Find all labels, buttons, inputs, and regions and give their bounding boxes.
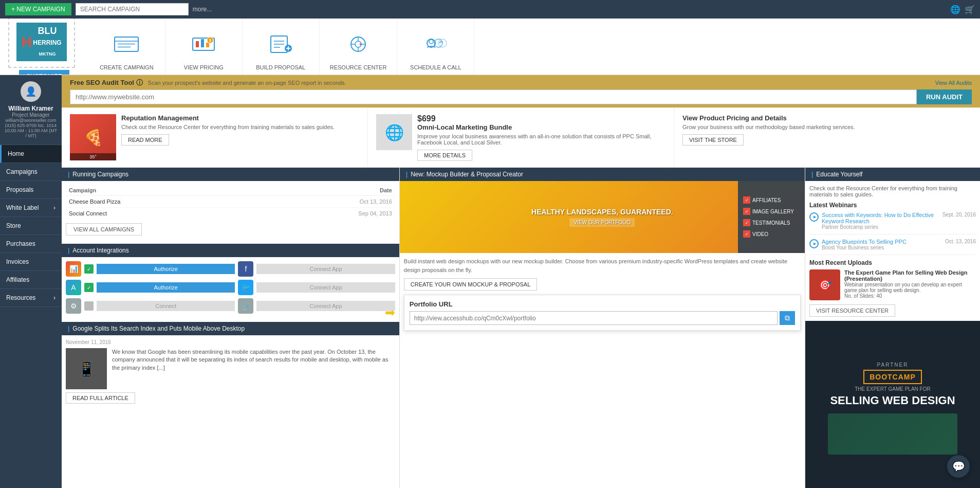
view-all-audits-link[interactable]: View All Audits <box>935 80 972 86</box>
webinar-series-0: Partner Bootcamp series <box>822 224 939 230</box>
integrations-header: Account Integrations <box>62 244 399 257</box>
overlay-video: ✓ VIDEO <box>743 230 800 238</box>
mockup-image-area: HEALTHY LANDSCAPES, GUARANTEED. VIEW OUR… <box>400 181 805 253</box>
sidebar-user: 👤 William Kramer Project Manager william… <box>0 75 62 145</box>
create-mockup-button[interactable]: CREATE YOUR OWN MOCKUP & PROPOSAL <box>404 278 538 291</box>
header-nav: Your Dashboard will be awesome with HBLU… <box>0 19 980 75</box>
webinar-series-1: Boost Your Business series <box>822 245 942 250</box>
check-icon-0: ✓ <box>84 264 94 274</box>
seo-audit-banner: Free SEO Audit Tool ⓘ Scan your prospect… <box>62 75 980 107</box>
educate-desc: Check out the Resource Center for everyt… <box>809 185 976 197</box>
top-bar: + NEW CAMPAIGN more... 🌐 🛒 <box>0 0 980 19</box>
svg-rect-2 <box>118 43 135 45</box>
pricing-title: View Product Pricing and Details <box>682 114 972 122</box>
user-name: William Kramer <box>8 105 53 112</box>
overlay-affiliates: ✓ AFFILIATES <box>743 196 800 204</box>
integration-row-0: 📊 ✓ Authorize f Connect App <box>66 261 395 277</box>
bundle-desc: Improve your local business awareness wi… <box>417 133 665 146</box>
svg-rect-3 <box>118 46 131 48</box>
integration-row-2: ⚙ Connect 🔗 Connect App <box>66 298 395 314</box>
pricing-section: View Product Pricing and Details Grow yo… <box>674 108 980 167</box>
bundle-price: $699 <box>417 114 665 123</box>
nav-create-campaign[interactable]: CREATE CAMPAIGN <box>88 19 165 75</box>
nav-schedule-call-label: SCHEDULE A CALL <box>410 64 461 70</box>
portfolio-popup: ➡ Portfolio URL ⧉ <box>404 295 801 331</box>
svg-point-25 <box>429 40 433 44</box>
col-campaign-header: Campaign <box>66 185 261 196</box>
sidebar-item-white-label[interactable]: White Label› <box>0 199 62 217</box>
portfolio-copy-button[interactable]: ⧉ <box>780 311 795 325</box>
sidebar-item-affiliates[interactable]: Affiliates <box>0 271 62 289</box>
overlay-image-gallery: ✓ IMAGE GALLERY <box>743 208 800 215</box>
create-campaign-icon <box>114 24 139 64</box>
build-proposal-icon <box>268 24 293 64</box>
sidebar-item-store[interactable]: Store <box>0 217 62 235</box>
sidebar-item-invoices[interactable]: Invoices <box>0 253 62 271</box>
sidebar-item-purchases[interactable]: Purchases <box>0 235 62 253</box>
sidebar-item-campaigns[interactable]: Campaigns <box>0 163 62 181</box>
nav-view-pricing[interactable]: $ VIEW PRICING <box>165 19 243 75</box>
view-portfolio-link[interactable]: VIEW OUR PORTFOLIO <box>569 218 635 227</box>
authorize-button-1[interactable]: Authorize <box>97 282 235 293</box>
content: Free SEO Audit Tool ⓘ Scan your prospect… <box>62 75 980 488</box>
webinar-title-0[interactable]: Success with Keywords: How to Do Effecti… <box>822 212 939 224</box>
reputation-title: Reputation Management <box>121 114 335 122</box>
read-more-button[interactable]: READ MORE <box>121 134 169 146</box>
customize-button[interactable]: CUSTOMIZE <box>19 70 69 76</box>
article-thumbnail: 📱 <box>66 348 107 389</box>
seo-audit-desc: Scan your prospect's website and generat… <box>148 80 346 86</box>
globe-icon[interactable]: 🌐 <box>950 5 960 14</box>
sidebar-item-resources[interactable]: Resources› <box>0 289 62 307</box>
campaign-date-0: Oct 13, 2016 <box>261 196 395 208</box>
integration-logo-2: ⚙ <box>66 298 81 314</box>
chevron-right-icon: › <box>53 204 56 211</box>
visit-store-button[interactable]: VISIT THE STORE <box>682 134 744 146</box>
user-email: william@seoreseller.com <box>5 118 56 123</box>
search-campaign-input[interactable] <box>76 3 189 15</box>
visit-resource-center-button[interactable]: VISIT RESOURCE CENTER <box>809 304 895 317</box>
nav-build-proposal[interactable]: BUILD PROPOSAL <box>243 19 320 75</box>
more-link[interactable]: more... <box>193 6 212 13</box>
chat-button[interactable]: 💬 <box>947 455 970 478</box>
sidebar-item-proposals[interactable]: Proposals <box>0 181 62 199</box>
nav-schedule-call[interactable]: SCHEDULE A CALL <box>397 19 474 75</box>
article-date: November 11, 2016 <box>66 339 395 345</box>
campaign-name-1: Social Connect <box>66 208 261 220</box>
pricing-desc: Grow your business with our methodology … <box>682 124 972 130</box>
upload-slides: No. of Slides: 40 <box>844 293 976 299</box>
mid-column: New: Mockup Builder & Proposal Creator H… <box>400 168 805 488</box>
seo-url-input[interactable] <box>70 89 917 104</box>
mockup-description: Build instant web design mockups with ou… <box>400 253 805 278</box>
top-bar-icons: 🌐 🛒 <box>950 5 975 14</box>
cart-icon[interactable]: 🛒 <box>965 5 975 14</box>
col-date-header: Date <box>261 185 395 196</box>
play-icon-1: ▶ <box>813 242 816 246</box>
integration-logo-3: 🔗 <box>238 298 253 314</box>
bundle-section: 🌐 $699 Omni-Local Marketing Bundle Impro… <box>368 108 674 167</box>
read-full-article-button[interactable]: READ FULL ARTICLE <box>66 392 135 404</box>
webinar-title-1[interactable]: Agency Blueprints To Selling PPC <box>822 239 942 245</box>
run-audit-button[interactable]: RUN AUDIT <box>917 89 972 104</box>
play-button-0[interactable]: ▶ <box>809 212 819 222</box>
user-time: 10:00 AM - 11:00 AM (MT / MT) <box>4 128 58 138</box>
more-details-button[interactable]: MORE DETAILS <box>417 150 472 161</box>
view-all-campaigns-button[interactable]: VIEW ALL CAMPAIGNS <box>66 223 142 236</box>
article-header: Google Splits Its Search Index and Puts … <box>62 322 399 335</box>
integrations-section: 📊 ✓ Authorize f Connect App A ✓ Authoriz… <box>62 257 399 318</box>
educate-section: Educate Yourself Check out the Resource … <box>805 168 980 321</box>
authorize-button-0[interactable]: Authorize <box>97 264 235 274</box>
user-phone: (415) 625-9700 loc. 1014 <box>5 123 57 128</box>
bottom-section: Running Campaigns Campaign Date Cheese <box>62 168 980 488</box>
arrow-indicator: ➡ <box>385 305 395 320</box>
nav-resource-center[interactable]: RESOURCE CENTER <box>320 19 398 75</box>
check-icon-2 <box>84 301 94 311</box>
twitter-logo: 🐦 <box>238 280 253 295</box>
portfolio-url-input[interactable] <box>410 311 778 325</box>
resource-center-icon <box>345 24 371 64</box>
sidebar-item-home[interactable]: Home <box>0 145 62 163</box>
mockup-flower-text: HEALTHY LANDSCAPES, GUARANTEED. <box>531 208 673 216</box>
new-campaign-button[interactable]: + NEW CAMPAIGN <box>5 3 71 15</box>
upload-title: The Expert Game Plan for Selling Web Des… <box>844 269 976 282</box>
play-button-1[interactable]: ▶ <box>809 239 819 248</box>
facebook-logo: f <box>238 261 253 277</box>
